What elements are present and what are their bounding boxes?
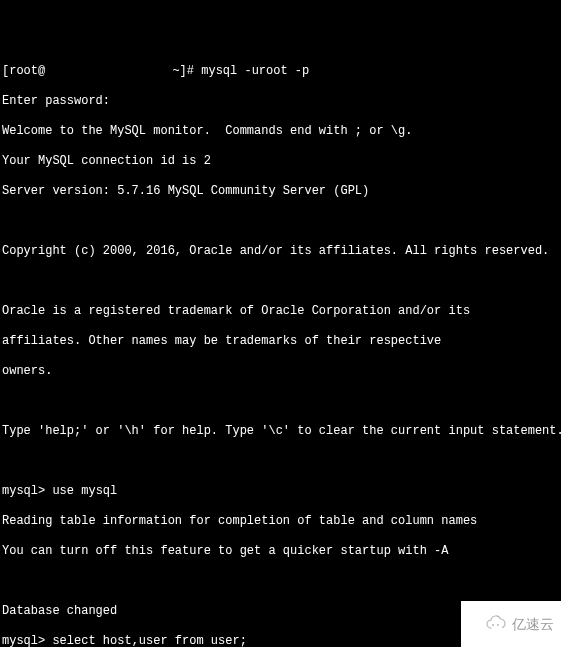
shell-prompt-line: [root@ ~]# mysql -uroot -p <box>2 64 559 79</box>
blank <box>2 214 559 229</box>
connection-id: Your MySQL connection id is 2 <box>2 154 559 169</box>
mysql-prompt: mysql> <box>2 634 52 647</box>
copyright: Copyright (c) 2000, 2016, Oracle and/or … <box>2 244 559 259</box>
cmd-use: mysql> use mysql <box>2 484 559 499</box>
blank <box>2 574 559 589</box>
cmd-mysql-login: mysql -uroot -p <box>201 64 309 78</box>
prompt-user: root@ <box>9 64 45 78</box>
svg-point-0 <box>492 624 494 626</box>
reading-tables: Reading table information for completion… <box>2 514 559 529</box>
trademark-2: affiliates. Other names may be trademark… <box>2 334 559 349</box>
prompt-suffix: ~]# <box>165 64 201 78</box>
blank <box>2 274 559 289</box>
cmd-select1-text: select host,user from user; <box>52 634 246 647</box>
svg-point-1 <box>497 624 499 626</box>
welcome-line: Welcome to the MySQL monitor. Commands e… <box>2 124 559 139</box>
watermark-text: 亿速云 <box>512 617 554 632</box>
help-hint: Type 'help;' or '\h' for help. Type '\c'… <box>2 424 559 439</box>
mysql-prompt: mysql> <box>2 484 52 498</box>
cloud-icon <box>468 596 508 648</box>
server-version: Server version: 5.7.16 MySQL Community S… <box>2 184 559 199</box>
watermark: 亿速云 <box>461 601 561 647</box>
cmd-use-text: use mysql <box>52 484 117 498</box>
blank <box>2 454 559 469</box>
enter-password: Enter password: <box>2 94 559 109</box>
trademark-1: Oracle is a registered trademark of Orac… <box>2 304 559 319</box>
hostname-redacted <box>45 65 165 77</box>
blank <box>2 394 559 409</box>
trademark-3: owners. <box>2 364 559 379</box>
turnoff-hint: You can turn off this feature to get a q… <box>2 544 559 559</box>
